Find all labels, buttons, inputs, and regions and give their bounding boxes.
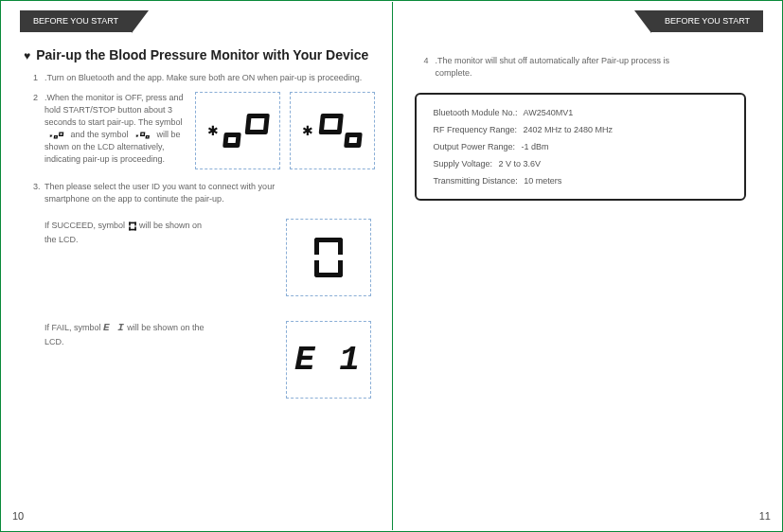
step-2-text-a: .When the monitor is OFF, press and hold… (44, 93, 184, 127)
spec-label: RF Frequency Range: (434, 125, 518, 134)
spec-value: 10 meters (524, 176, 561, 186)
step-3: 3. Then please select the user ID you wa… (33, 181, 375, 399)
page-title: Pair-up the Blood Pressure Monitor with … (36, 47, 368, 63)
page-number-right: 11 (759, 510, 771, 522)
spec-value: AW2540MV1 (524, 108, 574, 117)
fail-symbol-icon: E I (103, 321, 125, 335)
step-4-number: 4 (424, 55, 429, 67)
lcd-display-fail: E 1 (286, 321, 371, 399)
spec-supply-voltage: Supply Voltage: 2 V to 3.6V (434, 159, 728, 168)
step-3-fail-text: If FAIL, symbol E I will be shown on the… (44, 321, 205, 349)
pairup-symbol-2-icon: ✱ (135, 132, 151, 138)
fail-lcd-icon: E 1 (294, 353, 362, 367)
spec-label: Output Power Range: (434, 142, 516, 151)
step-2-text: .When the monitor is OFF, press and hold… (44, 92, 186, 166)
spec-label: Bluetooth Module No.: (434, 108, 518, 117)
step-1-number: 1 (33, 72, 38, 84)
step-1: 1 .Turn on Bluetooth and the app. Make s… (33, 72, 375, 84)
step-4-text: .The monitor will shut off automatically… (436, 56, 669, 78)
spec-value: 2402 MHz to 2480 MHz (524, 125, 614, 134)
spec-output-power: Output Power Range: -1 dBm (434, 142, 728, 151)
page-right: BEFORE YOU START 4 .The monitor will shu… (392, 1, 783, 531)
spec-bluetooth-module: Bluetooth Module No.: AW2540MV1 (434, 108, 728, 117)
right-content: 4 .The monitor will shut off automatical… (409, 32, 766, 201)
bluetooth-icon: ✱ (207, 125, 219, 137)
step-4: 4 .The monitor will shut off automatical… (424, 55, 670, 80)
step-3-fail-row: If FAIL, symbol E I will be shown on the… (44, 321, 375, 399)
lcd-display-pair2: ✱ (290, 92, 375, 169)
step-2: 2 .When the monitor is OFF, press and ho… (33, 92, 375, 169)
succeed-lcd-icon (314, 238, 343, 277)
step-2-text-b: and the symbol (71, 130, 132, 139)
step-3-succeed-text: If SUCCEED, symbol will be shown on the … (44, 219, 205, 247)
step-3-number: 3. (33, 181, 41, 193)
pairup-symbol-1-icon: ✱ (49, 132, 64, 138)
spec-label: Supply Voltage: (434, 159, 493, 168)
headline-row: ♥ Pair-up the Blood Pressure Monitor wit… (24, 47, 375, 64)
succeed-text-a: If SUCCEED, symbol (44, 221, 128, 230)
document-spread: BEFORE YOU START ♥ Pair-up the Blood Pre… (0, 0, 783, 532)
spec-label: Transmitting Distance: (434, 176, 518, 186)
heart-icon: ♥ (24, 47, 30, 64)
spec-transmitting-distance: Transmitting Distance: 10 meters (434, 176, 728, 186)
bluetooth-icon: ✱ (302, 125, 313, 137)
fail-text-a: If FAIL, symbol (44, 323, 103, 332)
step-2-row: .When the monitor is OFF, press and hold… (44, 92, 375, 169)
step-3-text: Then please select the user ID you want … (44, 181, 281, 205)
steps-list: 1 .Turn on Bluetooth and the app. Make s… (18, 72, 375, 399)
left-content: ♥ Pair-up the Blood Pressure Monitor wit… (18, 32, 375, 399)
squares-rising-icon (222, 114, 270, 148)
spec-value: 2 V to 3.6V (499, 159, 542, 168)
section-header-left: BEFORE YOU START (20, 10, 132, 32)
page-number-left: 10 (12, 510, 24, 522)
squares-falling-icon (317, 114, 365, 148)
step-3-succeed-row: If SUCCEED, symbol will be shown on the … (44, 219, 375, 296)
spec-value: -1 dBm (522, 142, 549, 151)
step-1-text: .Turn on Bluetooth and the app. Make sur… (44, 73, 362, 82)
succeed-symbol-icon (129, 222, 136, 230)
steps-list-right: 4 .The monitor will shut off automatical… (409, 55, 766, 80)
spec-rf-frequency: RF Frequency Range: 2402 MHz to 2480 MHz (434, 125, 728, 134)
specifications-box: Bluetooth Module No.: AW2540MV1 RF Frequ… (415, 93, 747, 201)
page-left: BEFORE YOU START ♥ Pair-up the Blood Pre… (1, 1, 392, 531)
step-2-number: 2 (33, 92, 38, 104)
lcd-display-succeed (286, 219, 371, 296)
section-header-right: BEFORE YOU START (651, 10, 763, 32)
lcd-display-pair1: ✱ (195, 92, 280, 169)
